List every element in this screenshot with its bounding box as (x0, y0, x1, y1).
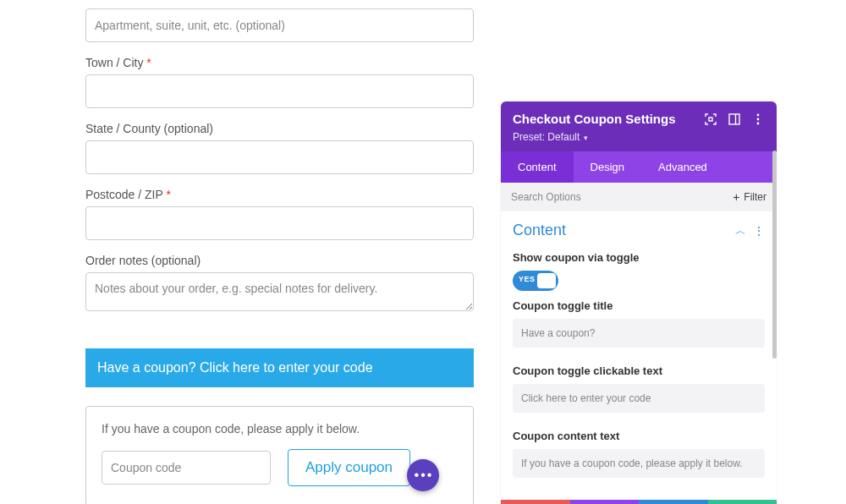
ellipsis-icon: ••• (415, 468, 434, 483)
opt-label-clickable-text: Coupon toggle clickable text (513, 364, 765, 377)
panel-tabs: Content Design Advanced (501, 151, 777, 183)
chevron-up-icon[interactable]: ︿ (735, 223, 746, 238)
content-text-input[interactable] (513, 449, 765, 478)
opt-label-show-toggle: Show coupon via toggle (513, 251, 765, 264)
section-title-content[interactable]: Content (513, 222, 566, 239)
svg-point-4 (757, 118, 760, 120)
panel-header: Checkout Coupon Settings Preset: Default… (501, 101, 777, 151)
plus-icon: + (733, 191, 739, 203)
focus-icon[interactable] (704, 112, 717, 126)
opt-label-content-text: Coupon content text (513, 430, 765, 442)
save-button[interactable] (708, 500, 777, 504)
apply-coupon-button[interactable]: Apply coupon (288, 449, 410, 486)
postcode-input[interactable] (85, 206, 474, 240)
required-mark: * (166, 188, 170, 201)
toggle-title-input[interactable] (513, 319, 765, 348)
kebab-icon[interactable]: ⋮ (753, 224, 765, 238)
panel-action-bar (501, 500, 777, 504)
toggle-state-label: YES (519, 275, 536, 283)
town-input[interactable] (85, 74, 474, 108)
redo-button[interactable] (639, 500, 708, 504)
state-input[interactable] (85, 140, 474, 174)
order-notes-input[interactable] (85, 272, 474, 311)
preset-dropdown[interactable]: Preset: Default ▾ (513, 131, 765, 143)
module-fab-button[interactable]: ••• (407, 459, 439, 491)
chevron-down-icon: ▾ (581, 134, 588, 142)
clickable-text-input[interactable] (513, 384, 765, 413)
undo-button[interactable] (570, 500, 640, 504)
state-label: State / County (optional) (85, 122, 474, 135)
kebab-icon[interactable] (751, 112, 765, 126)
panel-scrollbar[interactable] (772, 151, 777, 359)
svg-rect-0 (709, 118, 712, 121)
checkout-form: Town / City * State / County (optional) … (85, 0, 474, 504)
opt-label-toggle-title: Coupon toggle title (513, 299, 765, 312)
toggle-knob (537, 273, 556, 288)
svg-point-3 (757, 113, 760, 116)
town-label: Town / City * (85, 56, 474, 69)
coupon-toggle-bar[interactable]: Have a coupon? Click here to enter your … (85, 348, 474, 387)
order-notes-label: Order notes (optional) (85, 254, 474, 267)
svg-point-5 (757, 122, 760, 124)
tab-design[interactable]: Design (574, 151, 641, 183)
settings-panel: Checkout Coupon Settings Preset: Default… (501, 101, 777, 504)
tab-advanced[interactable]: Advanced (641, 151, 724, 183)
filter-button[interactable]: +Filter (722, 183, 777, 211)
coupon-instructions: If you have a coupon code, please apply … (102, 422, 458, 436)
show-coupon-toggle[interactable]: YES (513, 271, 558, 291)
svg-rect-1 (729, 114, 739, 124)
panel-body: Content ︿ ⋮ Show coupon via toggle YES C… (501, 211, 777, 500)
required-mark: * (146, 56, 151, 69)
snap-icon[interactable] (728, 112, 741, 126)
tab-content[interactable]: Content (501, 151, 574, 183)
coupon-code-input[interactable] (102, 451, 271, 485)
postcode-label: Postcode / ZIP * (85, 188, 474, 201)
search-options-input[interactable] (501, 183, 722, 211)
apartment-input[interactable] (85, 8, 474, 42)
cancel-button[interactable] (501, 500, 570, 504)
panel-title: Checkout Coupon Settings (513, 112, 676, 126)
